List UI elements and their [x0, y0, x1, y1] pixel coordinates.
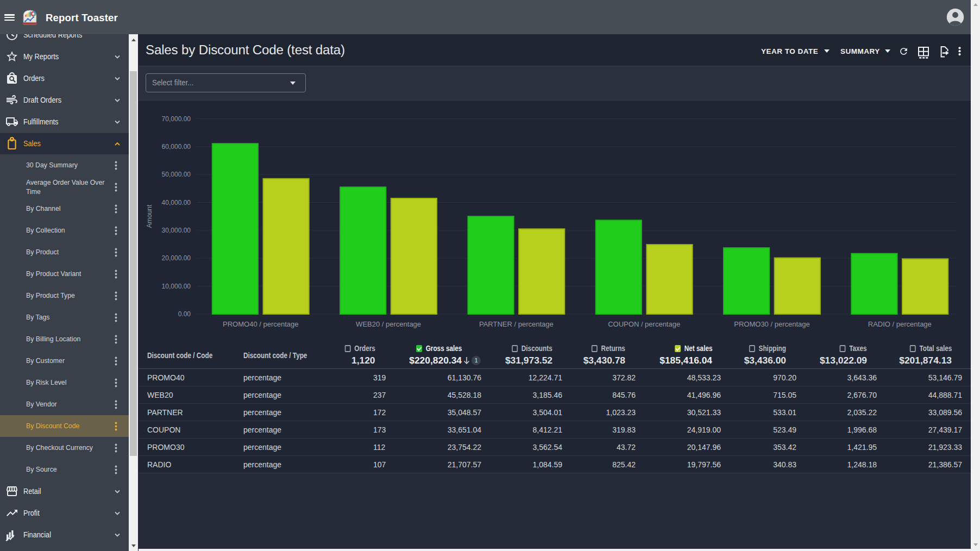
svg-text:60,000.00: 60,000.00	[162, 143, 191, 151]
svg-text:PROMO40 / percentage: PROMO40 / percentage	[223, 320, 298, 328]
svg-text:30,000.00: 30,000.00	[162, 227, 191, 234]
svg-text:WEB20 / percentage: WEB20 / percentage	[356, 320, 421, 328]
svg-text:PARTNER / percentage: PARTNER / percentage	[479, 320, 554, 328]
svg-text:PROMO30 / percentage: PROMO30 / percentage	[734, 320, 809, 328]
svg-text:70,000.00: 70,000.00	[162, 115, 191, 123]
svg-text:RADIO / percentage: RADIO / percentage	[868, 320, 932, 328]
svg-text:40,000.00: 40,000.00	[162, 199, 191, 206]
svg-text:50,000.00: 50,000.00	[162, 171, 191, 178]
svg-text:Amount: Amount	[146, 204, 153, 228]
svg-text:COUPON / percentage: COUPON / percentage	[608, 320, 680, 328]
svg-text:10,000.00: 10,000.00	[162, 283, 191, 290]
svg-text:0.00: 0.00	[178, 310, 191, 318]
svg-text:20,000.00: 20,000.00	[162, 254, 191, 262]
